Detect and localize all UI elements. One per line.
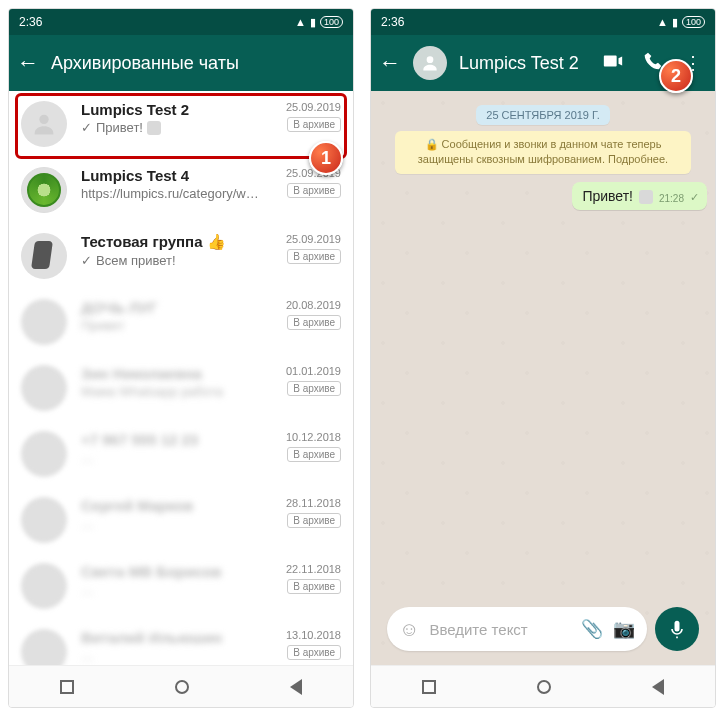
chat-date: 20.08.2019 xyxy=(286,299,341,311)
nav-home-icon[interactable] xyxy=(175,680,189,694)
avatar[interactable] xyxy=(21,629,67,665)
chat-row[interactable]: Lumpics Test 2 ✓ Привет! 25.09.2019 В ар… xyxy=(9,91,353,157)
chat-name: Lumpics Test 4 xyxy=(81,167,272,184)
annotation-badge-1: 1 xyxy=(309,141,343,175)
archived-badge: В архиве xyxy=(287,645,341,660)
mic-button[interactable] xyxy=(655,607,699,651)
chat-date: 01.01.2019 xyxy=(286,365,341,377)
avatar[interactable] xyxy=(21,299,67,345)
signal-icon: ▮ xyxy=(672,16,678,29)
nav-back-icon[interactable] xyxy=(652,679,664,695)
avatar[interactable] xyxy=(21,431,67,477)
wifi-icon: ▲ xyxy=(657,16,668,28)
message-outgoing[interactable]: Привет! 21:28 ✓ xyxy=(572,182,707,210)
camera-icon[interactable]: 📷 xyxy=(613,618,635,640)
chat-row[interactable]: Виталий Ильюшин … 13.10.2018 В архиве xyxy=(9,619,353,665)
chat-date: 25.09.2019 xyxy=(286,233,341,245)
chat-title[interactable]: Lumpics Test 2 xyxy=(459,53,587,74)
chat-row[interactable]: Lumpics Test 4 https://lumpics.ru/catego… xyxy=(9,157,353,223)
chat-preview: Привет xyxy=(81,318,272,333)
chat-date: 25.09.2019 xyxy=(286,101,341,113)
archived-badge: В архиве xyxy=(287,579,341,594)
chat-name: +7 967 555 12 23 xyxy=(81,431,272,448)
message-time: 21:28 xyxy=(659,193,684,204)
chat-preview: Мама Whatsapp работа xyxy=(81,384,272,399)
chat-name: Сергей Марков xyxy=(81,497,272,514)
archived-badge: В архиве xyxy=(287,117,341,132)
avatar[interactable] xyxy=(21,233,67,279)
message-input[interactable]: ☺ Введите текст 📎 📷 xyxy=(387,607,647,651)
chat-preview: … xyxy=(81,450,272,465)
chat-date: 22.11.2018 xyxy=(286,563,341,575)
chat-row[interactable]: Сергей Марков … 28.11.2018 В архиве xyxy=(9,487,353,553)
archived-badge: В архиве xyxy=(287,381,341,396)
page-title: Архивированные чаты xyxy=(51,53,345,74)
avatar[interactable] xyxy=(21,497,67,543)
encryption-notice[interactable]: 🔒 Сообщения и звонки в данном чате тепер… xyxy=(395,131,690,174)
annotation-badge-2: 2 xyxy=(659,59,693,93)
archived-badge: В архиве xyxy=(287,513,341,528)
avatar[interactable] xyxy=(21,167,67,213)
chat-name: ДОЧЬ ЛУГ xyxy=(81,299,272,316)
chat-date: 28.11.2018 xyxy=(286,497,341,509)
status-time: 2:36 xyxy=(19,15,42,29)
back-icon[interactable]: ← xyxy=(17,52,39,74)
back-icon[interactable]: ← xyxy=(379,52,401,74)
chat-name: Lumpics Test 2 xyxy=(81,101,272,118)
battery-icon: 100 xyxy=(320,16,343,28)
chat-preview: … xyxy=(81,516,272,531)
chat-preview: ✓ Всем привет! xyxy=(81,253,272,268)
avatar[interactable] xyxy=(21,365,67,411)
tick-icon: ✓ xyxy=(690,191,699,204)
avatar[interactable] xyxy=(21,101,67,147)
chat-row[interactable]: ДОЧЬ ЛУГ Привет 20.08.2019 В архиве xyxy=(9,289,353,355)
chat-row[interactable]: Тестовая группа 👍 ✓ Всем привет! 25.09.2… xyxy=(9,223,353,289)
app-bar: ← Архивированные чаты xyxy=(9,35,353,91)
message-input-bar: ☺ Введите текст 📎 📷 xyxy=(379,601,707,657)
message-text: Привет! xyxy=(582,188,633,204)
chat-row[interactable]: +7 967 555 12 23 … 10.12.2018 В архиве xyxy=(9,421,353,487)
archived-badge: В архиве xyxy=(287,249,341,264)
chat-preview: … xyxy=(81,582,272,597)
emoji-icon xyxy=(147,121,161,135)
chat-preview: ✓ Привет! xyxy=(81,120,272,135)
chat-row[interactable]: Света МВ Борисов … 22.11.2018 В архиве xyxy=(9,553,353,619)
chat-date: 10.12.2018 xyxy=(286,431,341,443)
chat-messages-area[interactable]: 25 СЕНТЯБРЯ 2019 Г. 🔒 Сообщения и звонки… xyxy=(371,91,715,665)
status-bar: 2:36 ▲ ▮ 100 xyxy=(9,9,353,35)
wifi-icon: ▲ xyxy=(295,16,306,28)
signal-icon: ▮ xyxy=(310,16,316,29)
tick-icon: ✓ xyxy=(81,120,92,135)
chat-avatar[interactable] xyxy=(413,46,447,80)
svg-point-0 xyxy=(39,115,48,124)
battery-icon: 100 xyxy=(682,16,705,28)
status-icons: ▲ ▮ 100 xyxy=(657,16,705,29)
chat-name: Зин Николаевна xyxy=(81,365,272,382)
svg-point-1 xyxy=(427,56,434,63)
status-bar: 2:36 ▲ ▮ 100 xyxy=(371,9,715,35)
emoji-picker-icon[interactable]: ☺ xyxy=(399,618,419,641)
archived-badge: В архиве xyxy=(287,447,341,462)
status-time: 2:36 xyxy=(381,15,404,29)
archived-badge: В архиве xyxy=(287,183,341,198)
chat-date: 13.10.2018 xyxy=(286,629,341,641)
phone-screen-archived-chats: 2:36 ▲ ▮ 100 ← Архивированные чаты Lumpi… xyxy=(8,8,354,708)
chat-name: Света МВ Борисов xyxy=(81,563,272,580)
video-call-icon[interactable] xyxy=(599,50,627,77)
nav-home-icon[interactable] xyxy=(537,680,551,694)
input-placeholder: Введите текст xyxy=(429,621,571,638)
attach-icon[interactable]: 📎 xyxy=(581,618,603,640)
android-nav-bar xyxy=(9,665,353,707)
nav-recent-icon[interactable] xyxy=(60,680,74,694)
archived-chat-list[interactable]: Lumpics Test 2 ✓ Привет! 25.09.2019 В ар… xyxy=(9,91,353,665)
avatar[interactable] xyxy=(21,563,67,609)
nav-recent-icon[interactable] xyxy=(422,680,436,694)
archived-badge: В архиве xyxy=(287,315,341,330)
nav-back-icon[interactable] xyxy=(290,679,302,695)
chat-name: Виталий Ильюшин xyxy=(81,629,272,646)
chat-row[interactable]: Зин Николаевна Мама Whatsapp работа 01.0… xyxy=(9,355,353,421)
chat-preview: https://lumpics.ru/category/w… xyxy=(81,186,272,201)
status-icons: ▲ ▮ 100 xyxy=(295,16,343,29)
android-nav-bar xyxy=(371,665,715,707)
tick-icon: ✓ xyxy=(81,253,92,268)
